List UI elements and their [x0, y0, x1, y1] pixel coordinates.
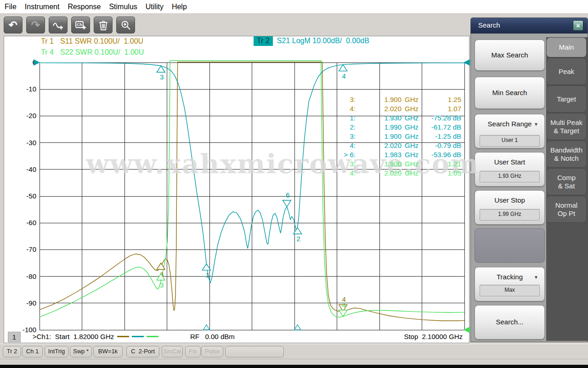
status-pulse[interactable]: Pulse — [201, 346, 223, 357]
trace2-legend[interactable]: Tr 2S21 LogM 10.00dB/ 0.00dB — [254, 36, 369, 46]
status-bw-1k[interactable]: BW=1k — [93, 346, 123, 357]
status-bar: Tr 2Ch 1IntTrigSwp *BW=1kC 2-PortSrcCalF… — [0, 344, 588, 359]
chart-area: 0-10-20-30-40-50-60-70-80-90-10034126343… — [4, 36, 469, 343]
trace2-color-key — [132, 336, 144, 337]
marker-unit: GHz — [401, 159, 422, 169]
status-tr-2[interactable]: Tr 2 — [3, 346, 21, 357]
marker-unit: GHz — [401, 169, 422, 178]
trace1-legend[interactable]: Tr 1S11 SWR 0.100U/ 1.00U — [41, 37, 143, 45]
marker-label-1: 1 — [205, 271, 209, 279]
zoom-in-icon[interactable] — [116, 17, 135, 34]
reference-arrow-tr2[interactable] — [34, 59, 40, 66]
marker-unit: GHz — [401, 132, 422, 141]
y-axis-tick-label: -30 — [26, 139, 36, 147]
y-axis-tick-label: -70 — [26, 245, 36, 253]
blank-button — [475, 228, 545, 263]
user-start-button[interactable]: User Start 1.93 GHz — [475, 152, 545, 187]
marker-num: 3: — [332, 159, 356, 169]
tracking-value: Max — [480, 285, 540, 296]
close-icon[interactable]: × — [573, 20, 583, 31]
tab-target[interactable]: Target — [546, 85, 587, 113]
tab-bandwidth[interactable]: Bandwidth & Notch — [546, 141, 587, 168]
start-frequency-label[interactable]: >Ch1: Start 1.82000 GHz — [33, 333, 160, 340]
max-search-button[interactable]: Max Search — [475, 40, 545, 71]
marker-readout-row-active: > 6:1.983GHz-53.96 dB — [332, 150, 461, 159]
marker-label-2: 2 — [296, 235, 300, 243]
stop-frequency-label[interactable]: Stop 2.10000 GHz — [404, 333, 463, 340]
user-start-value: 1.93 GHz — [480, 171, 540, 182]
marker-val: -61.72 dB — [422, 123, 461, 132]
y-axis-tick-label: -20 — [26, 112, 36, 119]
marker-unit: GHz — [401, 150, 422, 159]
channel-badge[interactable]: 1 — [8, 332, 21, 342]
user-stop-value: 1.99 GHz — [480, 209, 540, 221]
marker-readout-row: 2:1.990GHz-61.72 dB — [332, 123, 461, 132]
marker-readout-row: 4:2.020GHz1.05 — [332, 169, 461, 178]
marker-freq: 1.900 — [356, 159, 401, 169]
marker-label-3: 3 — [160, 73, 164, 81]
tab-normal[interactable]: Normal Op Pt — [546, 196, 587, 223]
menu-help[interactable]: Help — [172, 0, 187, 14]
menu-instrument[interactable]: Instrument — [25, 0, 60, 14]
add-channel-icon[interactable]: Ch — [71, 17, 90, 34]
search-panel-titlebar[interactable]: Search × — [471, 18, 588, 34]
undo-icon[interactable]: ↶ — [4, 17, 23, 34]
marker-tr2-4[interactable] — [339, 65, 347, 71]
tab-multi-peak[interactable]: Multi Peak & Target — [546, 113, 587, 140]
menu-stimulus[interactable]: Stimulus — [109, 0, 137, 14]
user-stop-button[interactable]: User Stop 1.99 GHz — [475, 190, 545, 225]
marker-tr2-6-active[interactable] — [283, 200, 291, 207]
marker-unit: GHz — [401, 141, 422, 150]
chevron-down-icon: ▼ — [534, 275, 538, 280]
search-range-tick — [294, 325, 301, 330]
marker-freq: 1.900 — [356, 132, 401, 141]
menu-utility[interactable]: Utility — [146, 0, 164, 14]
marker-val: -1.25 dB — [422, 132, 461, 141]
marker-freq: 2.020 — [356, 169, 401, 178]
marker-freq: 1.983 — [356, 150, 401, 159]
delete-icon[interactable] — [94, 17, 113, 34]
status-ch-1[interactable]: Ch 1 — [22, 346, 43, 357]
chevron-down-icon: ▼ — [534, 122, 538, 127]
search-tab-strip: MainPeakTargetMulti Peak & TargetBandwid… — [546, 37, 588, 341]
tracking-button[interactable]: Tracking ▼ Max — [475, 267, 545, 301]
marker-val: -75.28 dB — [422, 113, 461, 123]
trace4-color-key — [147, 336, 158, 337]
min-search-button[interactable]: Min Search — [475, 77, 545, 109]
marker-freq: 1.930 — [356, 113, 401, 123]
marker-freq: 2.020 — [356, 104, 401, 113]
search-dialog-button[interactable]: Search... — [475, 305, 545, 340]
tab-comp[interactable]: Comp & Sat — [546, 168, 587, 195]
marker-readout-row: 4:2.020GHz1.07 — [332, 104, 461, 113]
rf-power-label[interactable]: RF 0.00 dBm — [190, 333, 235, 340]
marker-label-4: 4 — [342, 301, 346, 309]
menu-response[interactable]: Response — [68, 0, 101, 14]
tab-peak[interactable]: Peak — [546, 58, 587, 85]
marker-num: > 6: — [332, 150, 356, 159]
menu-file[interactable]: File — [5, 0, 17, 14]
tab-main[interactable]: Main — [546, 37, 587, 57]
marker-val: 1.05 — [422, 169, 461, 178]
plot-canvas[interactable]: 0-10-20-30-40-50-60-70-80-90-10034126343… — [4, 36, 470, 344]
trace4-legend[interactable]: Tr 4S22 SWR 0.100U/ 1.00U — [41, 48, 144, 57]
status-c-2-port[interactable]: C 2-Port — [126, 346, 159, 357]
active-trace-badge: Tr 2 — [254, 36, 273, 46]
menu-bar: FileInstrumentResponseStimulusUtilityHel… — [0, 0, 588, 14]
status-srccal[interactable]: SrcCal — [162, 346, 183, 357]
status-inttrig[interactable]: IntTrig — [45, 346, 68, 357]
add-trace-icon[interactable] — [49, 17, 68, 34]
status-blank[interactable] — [225, 346, 284, 357]
marker-unit: GHz — [401, 95, 422, 104]
marker-num: 3: — [332, 132, 356, 141]
trace1-color-key — [117, 336, 129, 337]
marker-readout-row: 1:1.930GHz-75.28 dB — [332, 113, 461, 123]
lower-strip — [0, 359, 588, 365]
marker-num: 2: — [332, 123, 356, 132]
status-swp[interactable]: Swp * — [70, 346, 92, 357]
search-range-button[interactable]: Search Range ▼ User 1 — [475, 114, 545, 148]
marker-num: 4: — [332, 104, 356, 113]
status-fix[interactable]: Fix — [185, 346, 201, 357]
marker-tr4-3[interactable] — [157, 274, 165, 280]
marker-readout-row: 3:1.900GHz1.25 — [332, 95, 461, 104]
marker-unit: GHz — [401, 104, 422, 113]
